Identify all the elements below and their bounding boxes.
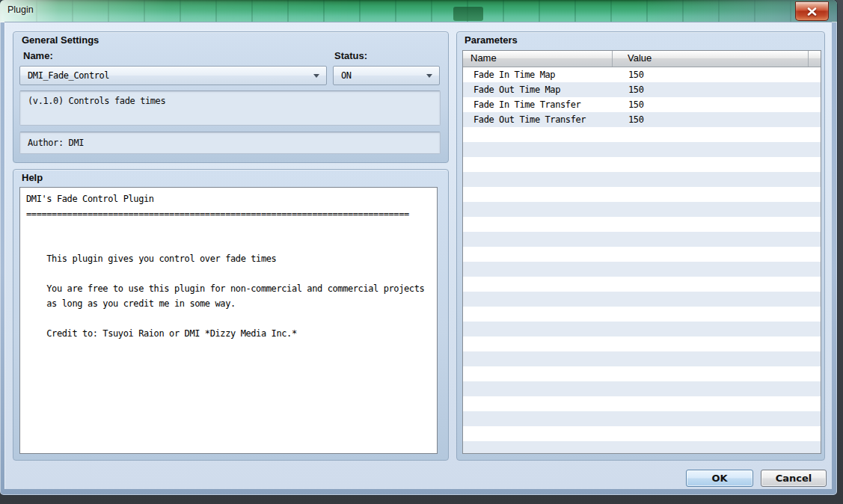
name-label: Name: (23, 50, 53, 61)
plugin-name-select[interactable]: DMI_Fade_Control (19, 66, 327, 85)
help-group: Help DMI's Fade Control Plugin =========… (13, 169, 449, 461)
dropdown-arrow-icon (313, 74, 319, 78)
parameter-value-cell: 150 (613, 67, 643, 82)
dialog-client-area: General Settings Name: DMI_Fade_Control … (4, 22, 832, 489)
help-text-area[interactable]: DMI's Fade Control Plugin ==============… (19, 187, 438, 454)
status-select[interactable]: ON (333, 66, 440, 85)
general-settings-group: General Settings Name: DMI_Fade_Control … (13, 31, 449, 163)
parameter-value-cell: 150 (613, 97, 643, 112)
parameter-row[interactable]: Fade In Time Transfer 150 (463, 97, 821, 112)
general-settings-title: General Settings (22, 34, 99, 46)
parameter-row[interactable]: Fade Out Time Map 150 (463, 82, 821, 97)
titlebar[interactable]: Plugin (0, 0, 837, 22)
status-value: ON (334, 70, 352, 81)
parameter-name-cell: Fade Out Time Map (463, 82, 613, 97)
parameter-value-cell: 150 (613, 82, 643, 97)
help-title: Help (22, 172, 43, 183)
description-box: (v.1.0) Controls fade times (19, 90, 441, 126)
status-label: Status: (334, 50, 367, 61)
window-title: Plugin (7, 4, 34, 15)
plugin-dialog-window: Plugin General Settings Name: DMI_Fade_C… (0, 0, 837, 495)
plugin-name-value: DMI_Fade_Control (20, 70, 109, 81)
author-box: Author: DMI (19, 132, 441, 154)
desktop-background: Plugin General Settings Name: DMI_Fade_C… (0, 0, 843, 504)
parameter-row[interactable]: Fade Out Time Transfer 150 (463, 112, 821, 127)
parameter-row[interactable]: Fade In Time Map 150 (463, 67, 821, 82)
parameter-name-cell: Fade Out Time Transfer (463, 112, 613, 127)
parameters-table-body: Fade In Time Map 150 Fade Out Time Map 1… (463, 67, 821, 454)
parameter-name-cell: Fade In Time Map (463, 67, 613, 82)
dropdown-arrow-icon (426, 74, 432, 78)
column-header-name[interactable]: Name (463, 51, 613, 67)
close-icon (807, 7, 817, 16)
parameters-table: Name Value Fade In Time Map 150 Fade Out… (462, 50, 821, 454)
cancel-button-label: Cancel (776, 473, 812, 484)
parameter-value-cell: 150 (613, 112, 643, 127)
ok-button-label: OK (711, 473, 727, 484)
map-tile-decoration (453, 7, 483, 21)
parameters-table-header: Name Value (463, 51, 821, 67)
close-button[interactable] (795, 1, 829, 21)
column-header-value[interactable]: Value (613, 51, 809, 67)
ok-button[interactable]: OK (686, 470, 753, 487)
parameter-name-cell: Fade In Time Transfer (463, 97, 613, 112)
cancel-button[interactable]: Cancel (761, 470, 827, 487)
parameters-title: Parameters (465, 34, 518, 46)
column-header-spacer (809, 51, 821, 67)
parameters-group: Parameters Name Value Fade In Time Map 1… (456, 31, 825, 461)
